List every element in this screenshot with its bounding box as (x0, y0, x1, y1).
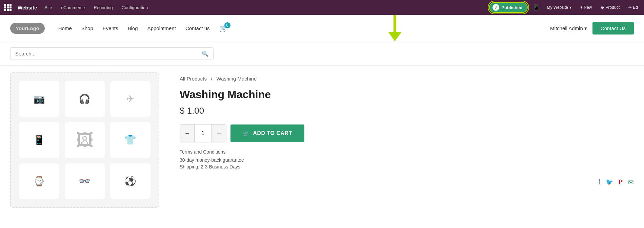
cart-icon-btn: 🛒 (243, 130, 250, 137)
breadcrumb: All Products / Washing Machine (180, 76, 634, 82)
quantity-control: − 1 + (180, 124, 226, 142)
product-image-shirt: 👕 (110, 122, 150, 158)
breadcrumb-separator: / (211, 76, 212, 82)
user-dropdown[interactable]: Mitchell Admin ▾ (550, 25, 587, 31)
search-container: 🔍 (10, 47, 214, 60)
nav-home[interactable]: Home (58, 25, 72, 31)
nav-blog[interactable]: Blog (128, 25, 138, 31)
product-price: $ 1.00 (180, 106, 634, 116)
product-image-headphones: 🎧 (65, 81, 105, 117)
quantity-value: 1 (194, 124, 212, 142)
website-nav: YourLogo Home Shop Events Blog Appointme… (0, 15, 644, 42)
arrow-indicator (388, 15, 402, 41)
twitter-icon[interactable]: 🐦 (606, 178, 613, 186)
apps-grid-icon[interactable] (4, 4, 12, 11)
add-to-cart-label: ADD TO CART (253, 130, 292, 136)
shipping-text: Shipping: 2-3 Business Days (180, 164, 634, 169)
admin-nav-configuration[interactable]: Configuration (120, 4, 149, 11)
cart-icon[interactable]: 🛒 0 (219, 24, 228, 32)
product-btn[interactable]: ⚙ Product (599, 4, 622, 10)
published-toggle[interactable]: ✓ Published (489, 2, 528, 13)
nav-shop[interactable]: Shop (81, 25, 93, 31)
new-btn[interactable]: + New (578, 4, 594, 10)
admin-bar: Website Site eCommerce Reporting Configu… (0, 0, 644, 15)
search-icon[interactable]: 🔍 (202, 50, 208, 57)
product-title: Washing Machine (180, 88, 634, 101)
pinterest-icon[interactable]: P (619, 178, 623, 186)
published-check-icon: ✓ (492, 4, 499, 11)
user-label: Mitchell Admin (550, 25, 583, 31)
terms-and-conditions-link[interactable]: Terms and Conditions (180, 149, 634, 155)
product-image-watch: ⌚ (19, 163, 59, 199)
product-image-main: 🖼 (65, 122, 105, 158)
add-to-cart-button[interactable]: 🛒 ADD TO CART (230, 124, 304, 142)
dropdown-arrow-icon: ▾ (584, 25, 587, 31)
content-row: 📷 🎧 ✈ 📱 🖼 👕 ⌚ 👓 ⚽ All Products / Washing… (0, 66, 644, 214)
logo-text: YourLogo (16, 25, 39, 31)
nav-right: Mitchell Admin ▾ Contact Us (550, 22, 634, 35)
admin-bar-title: Website (18, 5, 37, 10)
quantity-increase-button[interactable]: + (212, 124, 226, 142)
edit-btn[interactable]: ✏ Ed (626, 4, 640, 10)
product-image-camera: 📷 (19, 81, 59, 117)
nav-links: Home Shop Events Blog Appointment Contac… (58, 24, 550, 32)
breadcrumb-all-products[interactable]: All Products (180, 76, 207, 82)
mobile-preview-icon[interactable]: 📱 (532, 4, 540, 11)
nav-appointment[interactable]: Appointment (147, 25, 176, 31)
logo[interactable]: YourLogo (10, 23, 45, 34)
cart-badge: 0 (224, 22, 230, 28)
product-image-area: 📷 🎧 ✈ 📱 🖼 👕 ⌚ 👓 ⚽ (10, 72, 159, 208)
contact-us-button[interactable]: Contact Us (592, 22, 634, 35)
search-area: 🔍 (0, 42, 644, 66)
nav-contact-us[interactable]: Contact us (185, 25, 210, 31)
search-input[interactable] (15, 51, 202, 56)
social-icons: f 🐦 P ✉ (598, 178, 634, 186)
product-image-glasses: 👓 (65, 163, 105, 199)
breadcrumb-current: Washing Machine (217, 76, 257, 82)
product-details: All Products / Washing Machine Washing M… (180, 72, 634, 208)
admin-nav-ecommerce[interactable]: eCommerce (60, 4, 86, 11)
product-image-plane: ✈ (110, 81, 150, 117)
my-website-btn[interactable]: My Website ▾ (545, 4, 573, 10)
admin-nav-reporting[interactable]: Reporting (92, 4, 114, 11)
product-image-phone: 📱 (19, 122, 59, 158)
facebook-icon[interactable]: f (598, 178, 600, 186)
nav-events[interactable]: Events (103, 25, 118, 31)
guarantee-text: 30-day money-back guarantee (180, 157, 634, 163)
qty-cart-row: − 1 + 🛒 ADD TO CART (180, 124, 634, 142)
product-image-ball: ⚽ (110, 163, 150, 199)
published-label: Published (501, 5, 522, 10)
admin-nav-site[interactable]: Site (43, 4, 53, 11)
quantity-decrease-button[interactable]: − (180, 124, 194, 142)
email-icon[interactable]: ✉ (628, 178, 634, 186)
